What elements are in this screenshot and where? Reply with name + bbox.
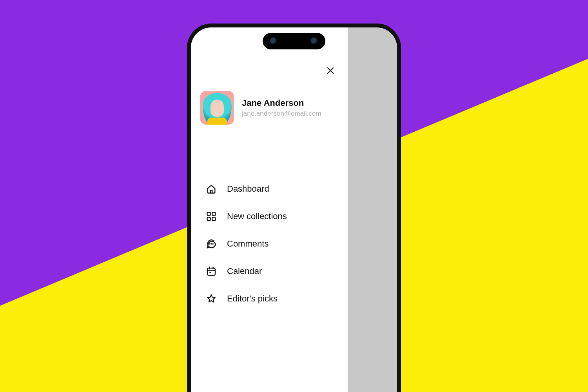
- profile-email: jane.anderson@email.com: [242, 110, 321, 118]
- camera-dot-icon: [310, 37, 318, 45]
- phone-notch: [263, 33, 325, 49]
- menu-item-label: Editor's picks: [227, 294, 278, 304]
- menu-item-new-collections[interactable]: New collections: [206, 211, 338, 222]
- svg-rect-2: [207, 217, 211, 220]
- avatar: [200, 91, 234, 125]
- menu-item-label: Comments: [227, 239, 269, 249]
- grid-icon: [206, 211, 217, 222]
- svg-rect-8: [209, 272, 211, 273]
- navigation-drawer: Jane Anderson jane.anderson@email.com Da…: [191, 27, 348, 392]
- svg-rect-1: [212, 212, 215, 216]
- menu-list: Dashboard New collections Comments Calen…: [200, 183, 338, 304]
- star-icon: [206, 293, 217, 304]
- chat-icon: [206, 238, 217, 249]
- home-icon: [206, 183, 217, 194]
- svg-rect-0: [207, 212, 211, 216]
- menu-item-dashboard[interactable]: Dashboard: [206, 183, 338, 194]
- svg-rect-7: [207, 268, 215, 276]
- svg-rect-3: [212, 217, 215, 220]
- close-button[interactable]: [324, 65, 337, 78]
- menu-item-label: Dashboard: [227, 184, 269, 194]
- menu-item-label: Calendar: [227, 266, 262, 276]
- close-icon: [326, 66, 335, 77]
- menu-item-comments[interactable]: Comments: [206, 238, 338, 249]
- profile-name: Jane Anderson: [242, 98, 321, 108]
- svg-point-5: [211, 243, 211, 244]
- phone-frame: Jane Anderson jane.anderson@email.com Da…: [187, 24, 401, 392]
- menu-item-editors-picks[interactable]: Editor's picks: [206, 293, 338, 304]
- profile-text: Jane Anderson jane.anderson@email.com: [242, 98, 321, 118]
- svg-point-6: [212, 243, 213, 244]
- camera-dot-icon: [270, 37, 278, 45]
- profile-block[interactable]: Jane Anderson jane.anderson@email.com: [200, 91, 338, 125]
- calendar-icon: [206, 266, 217, 277]
- menu-item-label: New collections: [227, 211, 287, 221]
- menu-item-calendar[interactable]: Calendar: [206, 266, 338, 277]
- svg-point-4: [209, 243, 210, 244]
